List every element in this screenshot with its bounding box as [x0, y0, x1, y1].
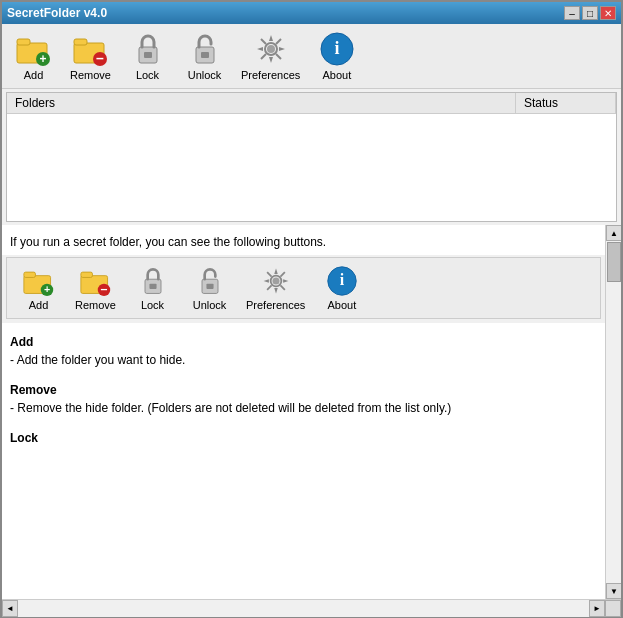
- svg-text:i: i: [334, 38, 339, 58]
- scroll-track[interactable]: [606, 241, 621, 583]
- demo-remove-folder-icon: –: [80, 265, 112, 297]
- desc-remove-title: Remove: [10, 383, 597, 397]
- horizontal-scrollbar[interactable]: ◄ ►: [2, 599, 621, 616]
- scroll-down-button[interactable]: ▼: [606, 583, 621, 599]
- demo-about-button[interactable]: i About: [314, 261, 369, 315]
- scroll-corner: [605, 600, 621, 617]
- svg-point-13: [267, 45, 275, 53]
- minimize-button[interactable]: –: [564, 6, 580, 20]
- about-button[interactable]: i About: [309, 27, 364, 85]
- demo-unlock-icon: [194, 265, 226, 297]
- info-text-section: If you run a secret folder, you can see …: [2, 225, 605, 255]
- scroll-thumb[interactable]: [607, 242, 621, 282]
- add-label: Add: [24, 69, 44, 81]
- main-toolbar: + Add – Remove: [2, 24, 621, 89]
- demo-add-button[interactable]: + Add: [11, 261, 66, 315]
- desc-add-section: Add - Add the folder you want to hide.: [10, 335, 597, 367]
- demo-preferences-icon: [260, 265, 292, 297]
- demo-unlock-label: Unlock: [193, 299, 227, 311]
- col-folders-header: Folders: [7, 93, 516, 113]
- preferences-icon: [253, 31, 289, 67]
- svg-text:–: –: [100, 282, 107, 296]
- preferences-button[interactable]: Preferences: [234, 27, 307, 85]
- svg-point-29: [272, 277, 279, 284]
- folders-table: Folders Status: [6, 92, 617, 222]
- svg-rect-1: [17, 39, 30, 45]
- svg-text:+: +: [43, 283, 49, 295]
- table-header: Folders Status: [7, 93, 616, 114]
- demo-about-icon: i: [326, 265, 358, 297]
- demo-lock-label: Lock: [141, 299, 164, 311]
- demo-remove-button[interactable]: – Remove: [68, 261, 123, 315]
- svg-rect-11: [201, 52, 209, 58]
- preferences-label: Preferences: [241, 69, 300, 81]
- main-content-area: If you run a secret folder, you can see …: [2, 225, 621, 599]
- table-body: [7, 114, 616, 221]
- unlock-label: Unlock: [188, 69, 222, 81]
- demo-unlock-button[interactable]: Unlock: [182, 261, 237, 315]
- info-text: If you run a secret folder, you can see …: [10, 235, 326, 249]
- desc-add-text: - Add the folder you want to hide.: [10, 353, 597, 367]
- svg-rect-25: [149, 284, 156, 289]
- about-label: About: [322, 69, 351, 81]
- desc-remove-section: Remove - Remove the hide folder. (Folder…: [10, 383, 597, 415]
- about-icon: i: [319, 31, 355, 67]
- demo-lock-icon: [137, 265, 169, 297]
- description-area: Add - Add the folder you want to hide. R…: [2, 323, 605, 599]
- h-scroll-track: [18, 600, 589, 617]
- add-button[interactable]: + Add: [6, 27, 61, 85]
- svg-text:–: –: [96, 50, 104, 66]
- remove-button[interactable]: – Remove: [63, 27, 118, 85]
- demo-lock-button[interactable]: Lock: [125, 261, 180, 315]
- svg-rect-21: [80, 272, 92, 277]
- desc-add-title: Add: [10, 335, 597, 349]
- desc-lock-section: Lock: [10, 431, 597, 445]
- remove-folder-icon: –: [73, 31, 109, 67]
- svg-text:+: +: [39, 52, 46, 66]
- maximize-button[interactable]: □: [582, 6, 598, 20]
- svg-rect-27: [206, 284, 213, 289]
- lock-icon: [130, 31, 166, 67]
- scroll-right-button[interactable]: ►: [589, 600, 605, 617]
- main-window: SecretFolder v4.0 – □ ✕ + Add: [0, 0, 623, 618]
- demo-about-label: About: [327, 299, 356, 311]
- lock-label: Lock: [136, 69, 159, 81]
- desc-lock-title: Lock: [10, 431, 597, 445]
- demo-add-folder-icon: +: [23, 265, 55, 297]
- unlock-icon: [187, 31, 223, 67]
- remove-label: Remove: [70, 69, 111, 81]
- window-title: SecretFolder v4.0: [7, 6, 107, 20]
- desc-remove-text: - Remove the hide folder. (Folders are n…: [10, 401, 597, 415]
- scroll-left-button[interactable]: ◄: [2, 600, 18, 617]
- demo-preferences-label: Preferences: [246, 299, 305, 311]
- scroll-up-button[interactable]: ▲: [606, 225, 621, 241]
- svg-rect-9: [144, 52, 152, 58]
- vertical-scrollbar[interactable]: ▲ ▼: [605, 225, 621, 599]
- demo-preferences-button[interactable]: Preferences: [239, 261, 312, 315]
- add-folder-icon: +: [16, 31, 52, 67]
- lock-button[interactable]: Lock: [120, 27, 175, 85]
- window-controls: – □ ✕: [564, 6, 616, 20]
- demo-remove-label: Remove: [75, 299, 116, 311]
- close-button[interactable]: ✕: [600, 6, 616, 20]
- demo-toolbar: + Add – Remove: [6, 257, 601, 319]
- scrollable-content: If you run a secret folder, you can see …: [2, 225, 605, 599]
- title-bar: SecretFolder v4.0 – □ ✕: [2, 2, 621, 24]
- svg-text:i: i: [340, 271, 345, 288]
- col-status-header: Status: [516, 93, 616, 113]
- svg-rect-5: [74, 39, 87, 45]
- svg-rect-17: [23, 272, 35, 277]
- demo-add-label: Add: [29, 299, 49, 311]
- unlock-button[interactable]: Unlock: [177, 27, 232, 85]
